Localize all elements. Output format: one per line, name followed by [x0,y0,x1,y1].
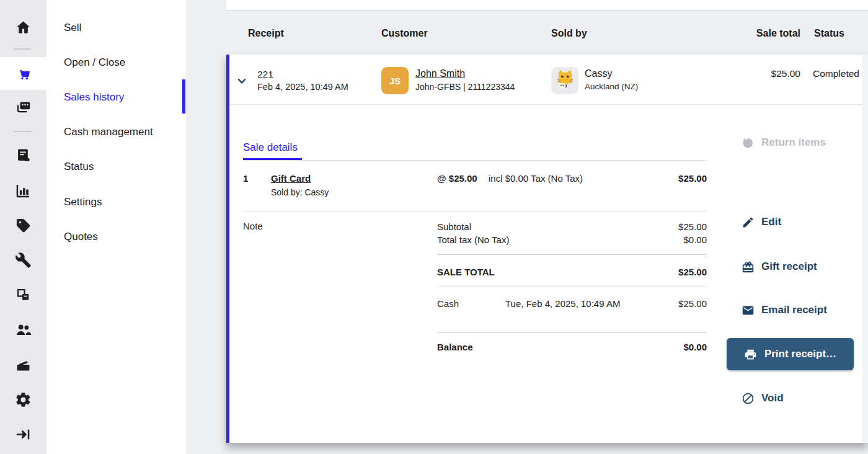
sale-total-label: SALE TOTAL [437,266,495,278]
return-items-label: Return items [761,136,826,149]
tab-border [243,160,707,161]
inventory-icon[interactable] [0,278,46,311]
subtotal-label: Subtotal [437,221,471,233]
primary-nav-rail [0,0,46,454]
setup-icon[interactable] [0,244,46,276]
status-value: Completed [813,68,859,79]
edit-button[interactable]: Edit [742,214,781,230]
active-menu-indicator [182,79,185,114]
line-item-name-link[interactable]: Gift Card [271,173,311,184]
total-tax-value: $0.00 [683,234,707,246]
tab-sale-details[interactable]: Sale details [243,141,298,154]
sell-cart-icon[interactable] [0,57,46,90]
gift-icon [742,260,755,274]
menu-item-sales-history[interactable]: Sales history [64,91,124,104]
balance-value: $0.00 [683,341,707,354]
print-receipt-button[interactable]: Print receipt… [727,338,854,370]
menu-item-settings[interactable]: Settings [64,195,102,209]
line-item-tax-note: incl $0.00 Tax (No Tax) [489,173,583,184]
cat-avatar [551,67,578,94]
void-label: Void [761,392,784,404]
email-receipt-label: Email receipt [761,304,827,316]
cash-drawer-icon[interactable] [0,349,46,381]
total-tax-label: Total tax (No Tax) [437,234,509,246]
return-items-button[interactable]: Return items [742,135,826,151]
collapse-chevron-icon[interactable] [236,76,247,87]
void-button[interactable]: Void [742,390,784,406]
sold-by-cell: Cassy Auckland (NZ) [585,67,638,93]
sale-total-amount: $25.00 [678,266,707,278]
register-icon[interactable] [0,92,46,124]
line-item-amount: $25.00 [678,173,707,184]
totals-divider [437,254,707,255]
scrollbar-track[interactable] [862,55,868,443]
sign-out-icon[interactable] [0,418,46,450]
sell-menu: Sell Open / Close Sales history Cash man… [46,0,186,454]
gift-receipt-label: Gift receipt [761,260,817,273]
printer-icon [744,348,757,361]
balance-label: Balance [437,341,473,354]
settings-icon[interactable] [0,383,46,416]
receipt-date: Feb 4, 2025, 10:49 AM [257,81,348,94]
sales-history-page: Sell Open / Close Sales history Cash man… [0,0,868,454]
payment-method: Cash [437,298,459,310]
menu-item-open-close[interactable]: Open / Close [64,56,125,69]
envelope-icon [742,304,755,317]
line-item-divider [243,211,707,211]
rail-divider [14,48,31,50]
menu-item-cash-management[interactable]: Cash management [64,125,153,139]
payment-amount: $25.00 [678,298,707,310]
sold-by-name: Cassy [585,67,638,81]
sale-total-value: $25.00 [771,68,800,79]
totals-divider [437,287,707,287]
print-receipt-label: Print receipt… [764,348,836,360]
line-item-sold-by: Sold by: Cassy [271,187,329,197]
customer-name-link[interactable]: John Smith [415,67,515,81]
receipt-summary: 221 Feb 4, 2025, 10:49 AM [257,68,348,94]
totals-divider [437,332,707,333]
email-receipt-button[interactable]: Email receipt [742,302,827,318]
pencil-icon [742,216,755,229]
column-header-status: Status [814,28,844,39]
rail-divider [14,131,31,132]
payment-date: Tue, Feb 4, 2025, 10:49 AM [505,298,629,310]
customers-icon[interactable] [0,313,46,345]
customer-cell: John Smith John-GFBS | 2111223344 [415,67,515,94]
line-item-qty: 1 [243,173,248,184]
sold-by-location: Auckland (NZ) [585,81,638,93]
home-icon[interactable] [0,11,46,43]
menu-item-sell[interactable]: Sell [64,21,81,35]
price-tag-icon[interactable] [0,209,46,241]
receipt-card: 221 Feb 4, 2025, 10:49 AM JS John Smith … [226,55,868,443]
customer-code: John-GFBS | 2111223344 [415,81,515,94]
customer-avatar: JS [381,67,409,94]
column-header-sold-by: Sold by [551,28,587,39]
note-label: Note [243,221,263,231]
subtotal-value: $25.00 [678,221,707,233]
toolbar-bottom-strip [226,0,868,11]
column-header-receipt: Receipt [248,28,284,39]
column-header-customer: Customer [381,28,428,39]
catalog-icon[interactable] [0,139,46,171]
edit-label: Edit [761,216,781,228]
line-item-unit-price: @ $25.00 [437,173,477,184]
receipt-number: 221 [257,68,348,81]
column-header-sale-total: Sale total [756,28,800,39]
menu-item-status[interactable]: Status [64,160,94,174]
void-icon [742,392,755,405]
row-divider [229,104,862,105]
undo-icon [742,136,755,149]
gift-receipt-button[interactable]: Gift receipt [742,259,817,275]
reporting-icon[interactable] [0,174,46,207]
menu-item-quotes[interactable]: Quotes [64,230,98,244]
